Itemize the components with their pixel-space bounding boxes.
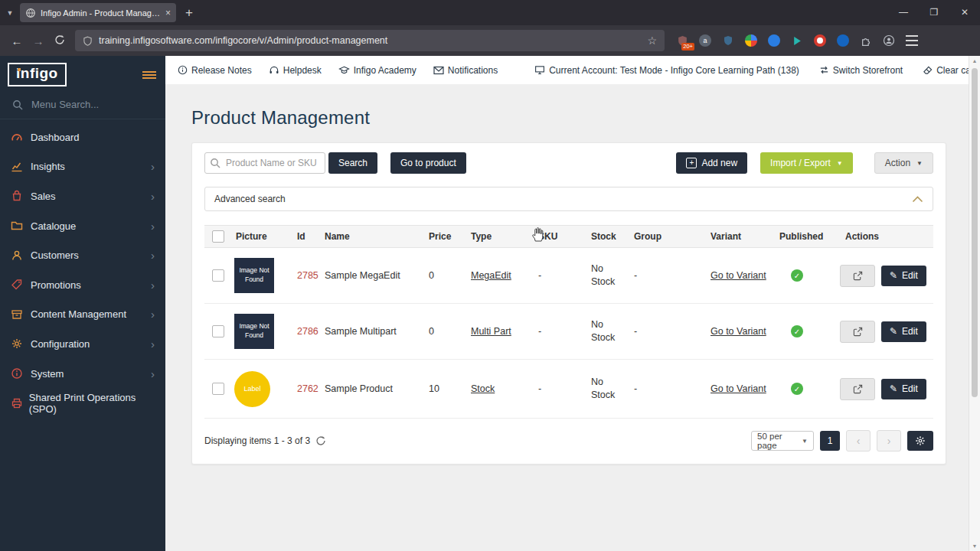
sidebar-item-system[interactable]: System › <box>0 359 165 389</box>
extension-icon[interactable]: a <box>698 34 712 47</box>
product-price: 0 <box>423 326 466 337</box>
open-product-button[interactable] <box>840 321 875 343</box>
col-sku[interactable]: SKU <box>533 231 586 242</box>
gear-icon <box>915 435 926 446</box>
edit-button[interactable]: ✎Edit <box>881 379 926 399</box>
menu-search-input[interactable] <box>30 98 148 111</box>
sidebar-item-content-management[interactable]: Content Management › <box>0 300 165 330</box>
product-thumbnail[interactable]: Image Not Found <box>234 314 274 349</box>
chevron-down-icon: ▼ <box>916 160 923 167</box>
extension-icon[interactable] <box>813 34 827 47</box>
go-to-product-button[interactable]: Go to product <box>390 152 466 174</box>
product-thumbnail[interactable]: Label <box>234 371 270 407</box>
col-id[interactable]: Id <box>292 231 319 242</box>
row-checkbox[interactable] <box>212 325 224 337</box>
account-icon[interactable] <box>882 34 896 47</box>
sidebar-item-customers[interactable]: Customers › <box>0 240 165 270</box>
browser-tab[interactable]: Infigo Admin - Product Management × <box>20 3 176 22</box>
screen: ▼ Infigo Admin - Product Management × + … <box>0 0 980 551</box>
chevron-right-icon: › <box>151 161 155 172</box>
minimize-button[interactable]: — <box>888 0 919 25</box>
sidebar-item-promotions[interactable]: Promotions › <box>0 270 165 300</box>
col-name[interactable]: Name <box>319 231 423 242</box>
helpdesk-link[interactable]: Helpdesk <box>269 65 322 76</box>
next-page-button[interactable]: › <box>877 430 901 452</box>
headset-icon <box>269 65 279 75</box>
go-to-variant-link[interactable]: Go to Variant <box>710 270 766 281</box>
open-product-button[interactable] <box>840 265 875 287</box>
refresh-icon[interactable] <box>315 435 326 446</box>
table-settings-button[interactable] <box>907 431 933 451</box>
row-checkbox[interactable] <box>212 383 224 395</box>
add-new-button[interactable]: + Add new <box>676 152 747 174</box>
product-type-link[interactable]: Multi Part <box>471 326 511 337</box>
extension-icon[interactable] <box>790 34 804 47</box>
maximize-button[interactable]: ❐ <box>919 0 949 25</box>
open-product-button[interactable] <box>840 378 875 400</box>
sidebar-item-sales[interactable]: Sales › <box>0 181 165 211</box>
advanced-search-toggle[interactable]: Advanced search <box>204 187 933 211</box>
infigo-academy-link[interactable]: Infigo Academy <box>338 65 416 76</box>
per-page-select[interactable]: 50 per page ▼ <box>751 431 814 451</box>
product-type-link[interactable]: Stock <box>471 383 495 394</box>
table-row: Label 2762 Sample Product 10 Stock - No … <box>204 360 933 419</box>
extension-icon[interactable] <box>721 34 735 47</box>
edit-button[interactable]: ✎Edit <box>881 321 926 342</box>
published-check-icon: ✓ <box>791 269 803 282</box>
col-stock[interactable]: Stock <box>586 231 629 242</box>
reload-button[interactable] <box>49 34 70 47</box>
scroll-up-icon[interactable]: ▲ <box>969 58 980 64</box>
bookmark-star-icon[interactable]: ☆ <box>647 34 657 47</box>
go-to-variant-link[interactable]: Go to Variant <box>710 383 766 394</box>
row-checkbox[interactable] <box>212 269 224 282</box>
close-button[interactable]: ✕ <box>949 0 980 25</box>
new-tab-button[interactable]: + <box>185 5 193 21</box>
extension-icon[interactable] <box>767 34 781 47</box>
sidebar-item-catalogue[interactable]: Catalogue › <box>0 211 165 241</box>
system-icon <box>11 367 31 380</box>
product-thumbnail[interactable]: Image Not Found <box>234 258 274 293</box>
tab-list-chevron-icon[interactable]: ▼ <box>0 9 20 17</box>
puzzle-extensions-icon[interactable] <box>859 34 873 47</box>
sidebar-item-dashboard[interactable]: Dashboard <box>0 122 165 152</box>
current-account[interactable]: Current Account: Test Mode - Infigo Core… <box>534 65 799 76</box>
go-to-variant-link[interactable]: Go to Variant <box>710 326 766 337</box>
edit-button[interactable]: ✎Edit <box>881 266 926 286</box>
search-icon <box>12 99 23 110</box>
switch-storefront-link[interactable]: Switch Storefront <box>819 65 903 76</box>
action-button[interactable]: Action ▼ <box>874 152 933 174</box>
scrollbar-thumb[interactable] <box>972 68 978 397</box>
prev-page-button[interactable]: ‹ <box>846 430 871 452</box>
sidebar-item-insights[interactable]: Insights › <box>0 152 165 182</box>
col-published: Published <box>774 231 840 242</box>
sidebar-item-spo[interactable]: Shared Print Operations (SPO) <box>0 388 165 418</box>
extension-icon[interactable] <box>836 34 850 47</box>
product-search-input[interactable] <box>204 152 325 174</box>
chevron-up-icon[interactable] <box>912 196 923 203</box>
search-button[interactable]: Search <box>328 152 377 174</box>
notifications-link[interactable]: Notifications <box>433 65 498 76</box>
product-type-link[interactable]: MegaEdit <box>471 270 511 281</box>
sidebar-item-configuration[interactable]: Configuration › <box>0 329 165 359</box>
browser-menu-icon[interactable] <box>905 34 919 47</box>
page-1-button[interactable]: 1 <box>820 431 840 451</box>
product-name: Sample MegaEdit <box>319 270 423 281</box>
col-price[interactable]: Price <box>423 231 466 242</box>
extension-icon[interactable] <box>744 34 758 47</box>
select-all-checkbox[interactable] <box>212 230 224 243</box>
sidebar-collapse-icon[interactable] <box>142 70 156 80</box>
forward-button[interactable]: → <box>28 34 49 47</box>
address-bar[interactable]: training.infigosoftware.com/infigocore/v… <box>75 30 665 51</box>
page-scrollbar[interactable]: ▲ ▼ <box>969 56 980 551</box>
infigo-logo[interactable]: infigo <box>8 63 67 86</box>
sidebar-item-label: Catalogue <box>31 220 76 232</box>
shield-icon[interactable] <box>83 36 93 46</box>
back-button[interactable]: ← <box>6 34 28 47</box>
scroll-down-icon[interactable]: ▼ <box>969 543 980 549</box>
chevron-down-icon: ▼ <box>837 160 843 167</box>
release-notes-link[interactable]: Release Notes <box>178 65 252 76</box>
tab-close-icon[interactable]: × <box>165 8 171 18</box>
shield-extension-icon[interactable]: 20+ <box>675 34 689 47</box>
import-export-button[interactable]: Import / Export ▼ <box>760 152 853 174</box>
col-type[interactable]: Type <box>466 231 533 242</box>
